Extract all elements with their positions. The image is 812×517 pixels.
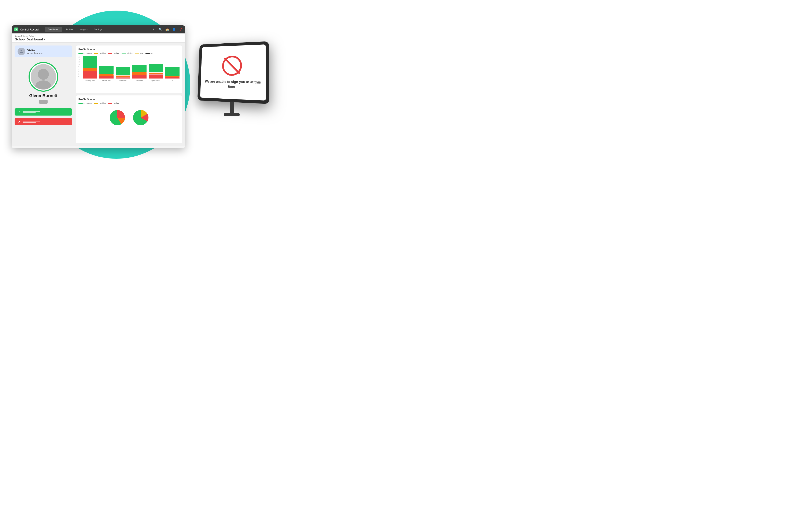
bar-seg-green — [149, 64, 163, 72]
legend-dot-expired — [108, 53, 112, 54]
tablet-screen: We are unable to sign you in at this tim… — [200, 45, 266, 101]
bar-stack — [83, 56, 97, 79]
bar-seg-orange — [99, 74, 114, 76]
bar-group-agency: Agency Staff — [149, 64, 163, 81]
bar-seg-green — [116, 67, 130, 75]
bar-label: Co... — [171, 80, 174, 81]
dashboard-title[interactable]: School Dashboard ▾ — [15, 37, 182, 41]
btn-line-4 — [23, 122, 36, 123]
pie-chart-1 — [108, 108, 127, 127]
bar-seg-orange — [132, 72, 147, 75]
legend-item-2: Expiring — [94, 102, 106, 104]
app-title: Central Record — [20, 28, 38, 31]
btn-line-1 — [23, 111, 40, 112]
sign-in-button[interactable]: ✓ — [14, 108, 72, 115]
legend-item-1: Complete — [79, 102, 92, 104]
bar-seg-green — [165, 67, 179, 76]
sign-out-lines — [23, 121, 69, 123]
visitor-label: Visitor — [27, 49, 44, 52]
bar-group-teaching: Teaching Staff — [83, 56, 97, 81]
help-icon[interactable]: ❓ — [179, 28, 182, 31]
bar-seg-green — [99, 66, 114, 74]
bar-seg-red — [99, 76, 114, 79]
visitor-school: Acorn Academy — [27, 52, 44, 54]
profile-badge — [39, 100, 48, 104]
btn-line-2 — [23, 112, 36, 113]
bar-seg-red — [132, 75, 147, 79]
visitor-card[interactable]: Visitor Acorn Academy — [14, 46, 72, 57]
left-panel: Visitor Acorn Academy Glenn Burnett — [11, 43, 75, 146]
bar-stack — [149, 64, 163, 79]
pie-chart-title: Profile Scores — [79, 98, 179, 101]
bar-chart: 16 14 12 10 8 6 4 2 0 — [79, 56, 179, 81]
pie-chart-card: Profile Scores Complete Expiring Expired — [76, 96, 182, 143]
bar-seg-orange — [116, 76, 130, 77]
bar-group-co: Co... — [165, 67, 179, 81]
legend-dot-1 — [79, 103, 83, 104]
legend-complete: Complete — [79, 52, 92, 54]
tab-profiles[interactable]: Profiles — [63, 27, 76, 32]
sub-header: Acorn Primary School School Dashboard ▾ — [11, 33, 185, 43]
legend-dot-na — [135, 53, 139, 54]
bar-chart-legend: Complete Expiring Expired Missing — [79, 52, 179, 54]
sign-out-button[interactable]: ✗ — [14, 118, 72, 125]
search-icon[interactable]: 🔍 — [158, 28, 162, 31]
titlebar-actions: ＋ 🔍 🏫 👤 ❓ — [152, 28, 182, 31]
cross-icon: ✗ — [18, 120, 21, 124]
school-name-label: Acorn Primary School — [15, 35, 182, 37]
nav-tabs: Dashboard Profiles Insights Settings — [45, 27, 149, 32]
chevron-down-icon: ▾ — [44, 38, 45, 40]
legend-dot-dashed — [145, 53, 150, 54]
legend-item-3: Expired — [108, 102, 119, 104]
add-icon[interactable]: ＋ — [152, 28, 155, 31]
legend-na: N/A — [135, 52, 143, 54]
bar-seg-orange — [83, 68, 97, 71]
building-icon[interactable]: 🏫 — [165, 28, 169, 31]
visitor-avatar — [18, 48, 25, 55]
app-logo: CR — [14, 28, 18, 31]
legend-missing: Missing — [122, 52, 133, 54]
bar-group-governors: Governors — [116, 67, 130, 81]
bar-chart-title: Profile Scores — [79, 48, 179, 51]
tablet-message: We are unable to sign you in at this tim… — [204, 79, 261, 90]
sign-in-lines — [23, 111, 69, 113]
legend-expiring: Expiring — [94, 52, 106, 54]
tablet-stand — [230, 102, 234, 113]
bar-group-support: Support Staff — [99, 66, 114, 81]
tablet-outer: We are unable to sign you in at this tim… — [198, 41, 269, 104]
tab-insights[interactable]: Insights — [77, 27, 91, 32]
tablet-device: We are unable to sign you in at this tim… — [196, 42, 268, 102]
titlebar: CR Central Record Dashboard Profiles Ins… — [11, 25, 185, 33]
tablet-base — [224, 113, 240, 116]
btn-line-3 — [23, 121, 40, 121]
pie-chart-legend: Complete Expiring Expired — [79, 102, 179, 104]
pie-chart-2 — [131, 108, 150, 127]
tab-settings[interactable]: Settings — [91, 27, 106, 32]
bar-seg-orange — [165, 76, 179, 77]
no-entry-icon — [222, 55, 242, 76]
bar-label: Support Staff — [102, 80, 111, 81]
legend-dashed: --- — [145, 52, 152, 54]
legend-dot-expiring — [94, 53, 98, 54]
user-icon[interactable]: 👤 — [172, 28, 176, 31]
checkmark-icon: ✓ — [18, 110, 21, 114]
pie-row — [79, 106, 179, 129]
legend-dot-3 — [108, 103, 112, 104]
svg-point-1 — [38, 69, 49, 80]
profile-avatar — [31, 64, 56, 89]
profile-avatar-ring — [29, 62, 58, 92]
svg-point-0 — [21, 50, 22, 51]
bar-group-volunteers: Volunteers — [132, 65, 147, 81]
svg-point-2 — [35, 80, 51, 89]
bar-seg-orange — [149, 73, 163, 74]
y-axis: 16 14 12 10 8 6 4 2 0 — [79, 56, 80, 77]
bar-stack — [165, 67, 179, 79]
bar-seg-red — [165, 77, 179, 79]
right-panel: Profile Scores Complete Expiring Expired — [75, 43, 185, 146]
tab-dashboard[interactable]: Dashboard — [45, 27, 62, 32]
bar-seg-red — [116, 78, 130, 79]
bar-stack — [99, 66, 114, 79]
bar-label: Agency Staff — [151, 80, 160, 81]
dashboard-content: Visitor Acorn Academy Glenn Burnett — [11, 43, 185, 146]
visitor-info: Visitor Acorn Academy — [27, 49, 44, 54]
